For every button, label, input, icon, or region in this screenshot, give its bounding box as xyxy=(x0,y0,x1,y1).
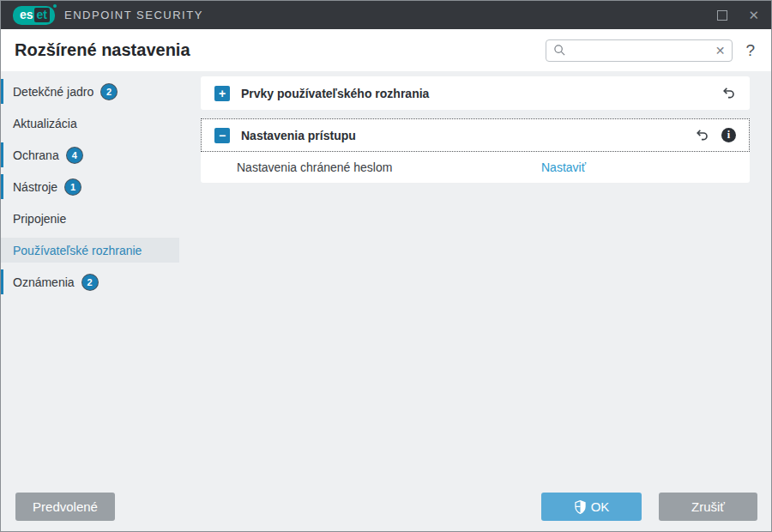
expand-icon[interactable]: + xyxy=(214,86,230,101)
section-title: Nastavenia prístupu xyxy=(241,129,356,142)
sidebar-item-label: Nástroje xyxy=(13,180,57,194)
section-header-access-setup[interactable]: − Nastavenia prístupu i xyxy=(201,118,750,152)
revert-icon[interactable] xyxy=(721,86,736,100)
sidebar-item-nastroje[interactable]: Nástroje1 xyxy=(1,174,201,199)
sidebar-item-label: Detekčné jadro xyxy=(13,85,93,99)
collapse-icon[interactable]: − xyxy=(214,128,230,143)
ok-button[interactable]: OK xyxy=(541,493,642,521)
setting-label: Nastavenia chránené heslom xyxy=(237,160,541,174)
eset-logo-left: es xyxy=(20,9,33,21)
sidebar-item-label: Oznámenia xyxy=(13,275,75,289)
section-title: Prvky používateľského rozhrania xyxy=(241,87,429,100)
sidebar-item-ochrana[interactable]: Ochrana4 xyxy=(1,142,201,167)
close-icon[interactable]: ✕ xyxy=(748,9,759,21)
sidebar-item-oznamenia[interactable]: Oznámenia2 xyxy=(1,269,201,294)
page-title: Rozšírené nastavenia xyxy=(15,40,190,60)
sidebar-item-label: Pripojenie xyxy=(13,212,66,226)
shield-icon xyxy=(574,500,587,514)
window-controls: ✕ xyxy=(717,9,759,21)
set-password-link[interactable]: Nastaviť xyxy=(541,160,586,174)
search-box[interactable]: ✕ xyxy=(546,39,733,62)
search-clear-icon[interactable]: ✕ xyxy=(715,44,726,57)
sidebar-item-pouzivatelske-rozhranie[interactable]: Používateľské rozhranie xyxy=(1,238,179,263)
ok-button-label: OK xyxy=(591,499,610,514)
sidebar-item-label: Používateľské rozhranie xyxy=(13,244,142,257)
page-header: Rozšírené nastavenia ✕ ? xyxy=(1,29,771,71)
cancel-button[interactable]: Zrušiť xyxy=(659,493,757,521)
content-area: Detekčné jadro2AktualizáciaOchrana4Nástr… xyxy=(1,71,771,531)
product-name: ENDPOINT SECURITY xyxy=(64,9,203,21)
info-icon[interactable]: i xyxy=(721,128,736,142)
sidebar-item-pripojenie[interactable]: Pripojenie xyxy=(1,206,201,231)
registered-mark-dot xyxy=(53,4,57,8)
sidebar-item-badge: 4 xyxy=(67,148,82,163)
help-icon[interactable]: ? xyxy=(745,41,755,60)
sidebar-item-label: Ochrana xyxy=(13,148,59,162)
sidebar-item-badge: 2 xyxy=(82,275,98,290)
eset-logo-right: et xyxy=(34,8,50,22)
search-input[interactable] xyxy=(566,44,715,57)
password-protect-row: Nastavenia chránené heslom Nastaviť xyxy=(201,152,750,183)
app-window: eset ENDPOINT SECURITY ✕ Rozšírené nasta… xyxy=(0,0,772,532)
section-header-ui-elements[interactable]: + Prvky používateľského rozhrania xyxy=(201,76,750,110)
sidebar-item-detekcne-jadro[interactable]: Detekčné jadro2 xyxy=(1,79,201,104)
revert-icon[interactable] xyxy=(695,128,709,142)
sidebar-item-badge: 2 xyxy=(101,84,117,100)
sidebar-item-badge: 1 xyxy=(65,179,81,195)
section-ui-elements: + Prvky používateľského rozhrania xyxy=(201,76,750,110)
sidebar-item-label: Aktualizácia xyxy=(13,117,77,130)
search-icon xyxy=(553,44,566,57)
main-panel: + Prvky používateľského rozhrania xyxy=(201,71,771,531)
sidebar-item-aktualizacia[interactable]: Aktualizácia xyxy=(1,111,201,136)
title-bar: eset ENDPOINT SECURITY ✕ xyxy=(1,1,771,29)
maximize-icon[interactable] xyxy=(717,10,727,21)
eset-logo: eset xyxy=(13,6,55,25)
sidebar: Detekčné jadro2AktualizáciaOchrana4Nástr… xyxy=(1,71,201,531)
defaults-button[interactable]: Predvolené xyxy=(15,493,115,521)
section-access-setup: − Nastavenia prístupu i Nastavenia chr xyxy=(201,118,750,183)
